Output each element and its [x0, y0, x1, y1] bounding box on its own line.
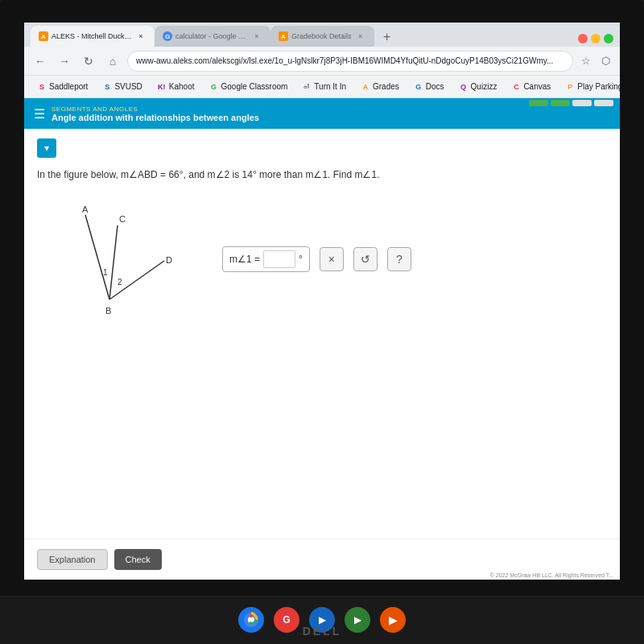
label-D: D [166, 255, 172, 265]
angle-answer-input[interactable] [263, 250, 295, 268]
problem-text: In the figure below, m∠ABD = 66°, and m∠… [37, 167, 607, 182]
geometry-figure: A C D B 1 2 [37, 195, 198, 324]
minimize-window-btn[interactable] [591, 34, 601, 43]
tab-bar: A ALEKS - Mitchell Duck - Learn × G calc… [24, 23, 620, 47]
degree-symbol: ° [299, 254, 303, 265]
answer-label: m∠1 = [229, 254, 260, 265]
screen: A ALEKS - Mitchell Duck - Learn × G calc… [24, 23, 620, 580]
bookmark-svusd-label: SVUSD [114, 82, 142, 91]
progress-segment-1 [529, 100, 548, 106]
grades-favicon: A [361, 82, 370, 92]
copyright-text: © 2022 McGraw Hill LLC. All Rights Reser… [490, 572, 613, 578]
label-B: B [105, 306, 111, 316]
progress-segment-4 [594, 100, 613, 106]
bookmark-quizizz-label: Quizizz [471, 82, 497, 91]
expand-icon: ▾ [44, 142, 49, 154]
tab-gradebook-label: Gradebook Details [291, 32, 352, 40]
turn-it-in-favicon: ⏎ [302, 82, 312, 92]
tab-aleks[interactable]: A ALEKS - Mitchell Duck - Learn × [31, 26, 155, 47]
address-input[interactable] [127, 51, 573, 72]
dell-logo: DELL [303, 625, 342, 638]
taskbar-icon-4[interactable]: ▶ [380, 607, 406, 633]
address-bar: ← → ↻ ⌂ ☆ ⬡ [24, 47, 620, 76]
progress-bar-area [529, 100, 613, 106]
kahoot-favicon: K! [157, 82, 167, 92]
svg-line-0 [85, 215, 109, 299]
bookmark-canvas[interactable]: C Canvas [505, 80, 557, 93]
label-C: C [119, 214, 126, 224]
answer-input-group: m∠1 = ° [222, 246, 310, 272]
bookmark-turn-it-in-label: Turn It In [314, 82, 346, 91]
window-controls [578, 34, 613, 47]
bookmark-google-classroom[interactable]: G Google Classroom [203, 80, 295, 93]
problem-area: ▾ In the figure below, m∠ABD = 66°, and … [24, 129, 620, 344]
page-content: ☰ SEGMENTS AND ANGLES Angle addition wit… [24, 98, 620, 580]
canvas-favicon: C [511, 82, 521, 92]
tab-calculator-label: calculator - Google Search [175, 32, 248, 40]
bookmarks-bar: S Saddleport S SVUSD K! Kahoot G Google … [24, 76, 620, 98]
bookmark-svusd[interactable]: S SVUSD [96, 80, 148, 93]
bookmark-turn-it-in[interactable]: ⏎ Turn It In [295, 80, 353, 93]
progress-segment-3 [572, 100, 592, 106]
gradebook-favicon: A [279, 31, 288, 41]
calculator-favicon: G [163, 31, 172, 41]
tab-gradebook-close[interactable]: × [355, 31, 366, 42]
label-A: A [82, 204, 89, 214]
close-window-btn[interactable] [578, 34, 588, 43]
address-actions: ☆ ⬡ [578, 53, 613, 69]
bookmark-google-classroom-label: Google Classroom [221, 82, 288, 91]
aleks-app: ☰ SEGMENTS AND ANGLES Angle addition wit… [24, 98, 620, 580]
refresh-button[interactable]: ↻ [79, 52, 98, 71]
extensions-icon[interactable]: ⬡ [597, 53, 613, 69]
bookmark-kahoot-label: Kahoot [169, 82, 195, 91]
answer-area: m∠1 = ° × ↺ ? [222, 246, 411, 272]
quizizz-favicon: Q [459, 82, 469, 92]
bookmark-grades[interactable]: A Grades [354, 80, 406, 93]
home-button[interactable]: ⌂ [103, 52, 122, 71]
expand-button[interactable]: ▾ [37, 138, 56, 158]
docs-favicon: G [414, 82, 423, 92]
bookmark-star-icon[interactable]: ☆ [578, 53, 594, 69]
help-button[interactable]: ? [387, 247, 411, 271]
section-name: Angle addition with relationships betwee… [52, 113, 259, 122]
bookmark-saddleport[interactable]: S Saddleport [31, 80, 94, 93]
back-button[interactable]: ← [31, 52, 50, 71]
tab-gradebook[interactable]: A Gradebook Details × [270, 26, 374, 47]
undo-button[interactable]: ↺ [353, 247, 378, 271]
svusd-favicon: S [102, 82, 112, 92]
check-button[interactable]: Check [114, 549, 162, 570]
saddleport-favicon: S [37, 82, 47, 92]
browser-window: A ALEKS - Mitchell Duck - Learn × G calc… [24, 23, 620, 580]
taskbar-icon-3[interactable]: ▶ [345, 607, 370, 633]
hamburger-menu[interactable]: ☰ [34, 106, 45, 122]
bookmark-play-parking[interactable]: P Play Parking Tight... [559, 80, 620, 93]
progress-segment-2 [551, 100, 570, 106]
section-badge: SEGMENTS AND ANGLES [52, 105, 259, 113]
tab-aleks-close[interactable]: × [135, 31, 147, 42]
bookmark-kahoot[interactable]: K! Kahoot [151, 80, 201, 93]
label-2: 2 [118, 278, 122, 287]
section-title: SEGMENTS AND ANGLES Angle addition with … [52, 105, 259, 122]
bookmark-grades-label: Grades [373, 82, 399, 91]
aleks-favicon: A [39, 31, 48, 41]
explanation-button[interactable]: Explanation [37, 549, 108, 570]
tab-aleks-label: ALEKS - Mitchell Duck - Learn [52, 32, 132, 40]
svg-line-1 [109, 225, 118, 299]
taskbar-icon-1[interactable]: G [274, 607, 299, 633]
label-1: 1 [103, 268, 108, 277]
forward-button[interactable]: → [55, 52, 74, 71]
play-parking-favicon: P [565, 82, 575, 92]
bookmark-canvas-label: Canvas [523, 82, 551, 91]
clear-button[interactable]: × [320, 247, 344, 271]
tab-calculator[interactable]: G calculator - Google Search × [155, 26, 270, 47]
monitor: A ALEKS - Mitchell Duck - Learn × G calc… [0, 0, 644, 644]
bookmark-docs[interactable]: G Docs [407, 80, 451, 93]
bookmark-quizizz[interactable]: Q Quizizz [452, 80, 504, 93]
tab-calculator-close[interactable]: × [251, 31, 262, 42]
google-classroom-favicon: G [209, 82, 219, 92]
maximize-window-btn[interactable] [604, 34, 613, 43]
taskbar-chrome-icon[interactable] [238, 607, 264, 633]
figure-and-input: A C D B 1 2 [37, 195, 607, 324]
new-tab-button[interactable]: + [378, 27, 397, 47]
bookmark-docs-label: Docs [426, 82, 444, 91]
